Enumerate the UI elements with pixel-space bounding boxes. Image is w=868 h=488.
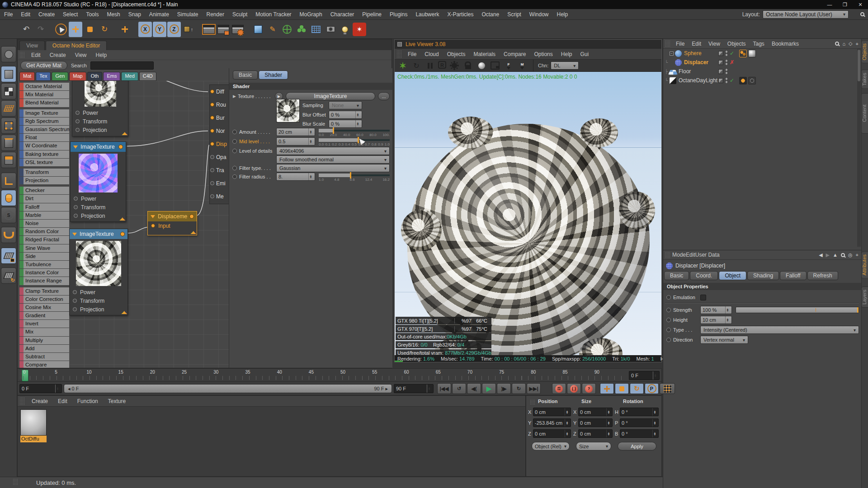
- material-port[interactable]: Diff: [210, 85, 229, 98]
- attribute-tab[interactable]: Shading: [747, 271, 779, 280]
- menu-item[interactable]: Snap: [124, 11, 145, 18]
- restart-render-icon[interactable]: ↻: [411, 61, 422, 70]
- content-browser-icon[interactable]: [1, 46, 16, 62]
- image-texture-node-normal[interactable]: ImageTexture PowerTransformProjection ◢◣: [70, 141, 126, 222]
- frame-range-slider[interactable]: ◂ 0 F 90 F ▸: [64, 384, 392, 393]
- anim-dot-icon[interactable]: [232, 166, 237, 170]
- mid-level-slider[interactable]: 0.00.10.20.30.40.50.60.70.80.91.0: [319, 137, 390, 146]
- anim-dot-icon[interactable]: [232, 149, 237, 153]
- attribute-menu-item[interactable]: Mode: [672, 252, 686, 258]
- menu-item[interactable]: Script: [503, 11, 525, 18]
- menu-item[interactable]: Character: [326, 11, 359, 18]
- category-tab[interactable]: Map: [69, 72, 86, 81]
- filter-radius-field[interactable]: 8.▲▼: [276, 173, 315, 181]
- enabled-check-icon[interactable]: ✓: [730, 77, 735, 84]
- points-mode-icon[interactable]: [1, 117, 16, 134]
- texture-type-item[interactable]: Noise: [19, 220, 69, 227]
- output-port-icon[interactable]: [120, 232, 125, 236]
- material-port[interactable]: Opa: [210, 150, 229, 164]
- texture-type-item[interactable]: Transform: [19, 169, 69, 176]
- light-icon[interactable]: [338, 22, 352, 37]
- material-port[interactable]: Tra: [210, 164, 229, 177]
- material-port[interactable]: Me: [210, 190, 229, 203]
- shader-panel-tab[interactable]: Shader: [259, 70, 288, 80]
- menu-item[interactable]: Sculpt: [228, 11, 251, 18]
- panel-grip[interactable]: [665, 252, 670, 258]
- texture-type-item[interactable]: Multiply: [19, 337, 69, 344]
- attribute-tab[interactable]: Coord.: [690, 271, 718, 280]
- object-manager-menu-item[interactable]: File: [672, 41, 688, 47]
- node-resize-icon[interactable]: ◢◣: [122, 131, 127, 136]
- model-mode-icon[interactable]: [1, 66, 16, 82]
- goto-start-button[interactable]: |◀◀: [437, 383, 451, 394]
- texture-type-item[interactable]: Add: [19, 345, 69, 352]
- anim-dot-icon[interactable]: [666, 318, 671, 322]
- parent-icon[interactable]: ▲: [833, 252, 838, 258]
- panel-grip[interactable]: [19, 52, 25, 58]
- visibility-dots[interactable]: [725, 77, 728, 84]
- filter-radius-slider[interactable]: 1.04.88.612.416.2: [319, 172, 390, 181]
- texture-type-item[interactable]: Compare: [19, 361, 69, 368]
- editor-tab[interactable]: View: [19, 41, 45, 50]
- object-manager-menu-item[interactable]: Tags: [750, 41, 768, 47]
- search-icon[interactable]: [835, 42, 839, 46]
- texture-type-item[interactable]: Rgb Spectrum: [19, 117, 69, 125]
- rotation-h-field[interactable]: 0 °▲▼: [620, 408, 659, 416]
- axis-mode-icon[interactable]: [1, 173, 16, 189]
- node-editor-menu-item[interactable]: Help: [91, 52, 112, 58]
- picture-viewer-icon[interactable]: [490, 61, 500, 70]
- live-viewer-menu-item[interactable]: Objects: [443, 51, 470, 57]
- mid-level-field[interactable]: 0.5▲▼: [276, 137, 315, 145]
- material-menu-item[interactable]: Create: [27, 398, 53, 404]
- visibility-dots[interactable]: [725, 50, 728, 56]
- panel-grip[interactable]: [396, 50, 402, 58]
- texture-type-item[interactable]: Falloff: [19, 203, 69, 211]
- move-tool-icon[interactable]: [69, 22, 82, 37]
- attribute-tab[interactable]: Refresh: [807, 271, 838, 280]
- attribute-menu-item[interactable]: Edit: [686, 252, 695, 258]
- get-active-mat-button[interactable]: Get Active Mat: [20, 61, 67, 70]
- level-of-details-dropdown[interactable]: 4096x4096: [276, 147, 390, 155]
- panel-grip[interactable]: [665, 40, 670, 47]
- frame-spinner[interactable]: 0 F▲▼: [629, 371, 660, 380]
- menu-item[interactable]: Octane: [477, 11, 503, 18]
- live-viewer-menu-item[interactable]: Help: [557, 51, 576, 57]
- image-texture-node-gray[interactable]: ImageTexture PowerTransformProjection ◢◣: [69, 229, 128, 315]
- spline-pen-icon[interactable]: ✎: [266, 22, 279, 37]
- image-texture-node-top[interactable]: PowerTransformProjection ◢◣: [72, 81, 128, 136]
- texture-type-item[interactable]: Image Texture: [19, 109, 69, 117]
- rotation-p-field[interactable]: 0 °▲▼: [620, 418, 659, 427]
- menu-item[interactable]: Tools: [82, 11, 103, 18]
- texture-type-item[interactable]: Baking texture: [19, 150, 69, 158]
- menu-item[interactable]: Motion Tracker: [251, 11, 295, 18]
- texture-type-item[interactable]: Gradient: [19, 312, 69, 319]
- normal-mode-dropdown[interactable]: Follow smoothed normal: [276, 155, 390, 164]
- object-row-sphere[interactable]: − Sphere ✓: [663, 49, 861, 58]
- panel-grip[interactable]: [530, 399, 535, 405]
- rotate-tool-icon[interactable]: ↻: [98, 22, 111, 37]
- live-selection-icon[interactable]: [54, 22, 68, 37]
- menu-item[interactable]: Animate: [145, 11, 173, 18]
- anim-dot-icon[interactable]: [666, 295, 671, 300]
- lock-z-axis-icon[interactable]: Z: [167, 22, 181, 37]
- height-field[interactable]: 10 cm▲▼: [700, 316, 732, 324]
- collapse-icon[interactable]: [151, 215, 155, 218]
- anim-dot-icon[interactable]: [666, 328, 671, 332]
- lock-x-axis-icon[interactable]: X: [138, 22, 152, 37]
- live-viewer-menu-item[interactable]: Materials: [469, 51, 500, 57]
- coord-mode-dropdown[interactable]: Object (Rel): [532, 442, 570, 450]
- category-tab[interactable]: Oth: [87, 72, 103, 81]
- array-grid-icon[interactable]: [309, 22, 323, 37]
- category-tab[interactable]: Tex: [36, 72, 51, 81]
- texture-type-item[interactable]: Turbulence: [19, 261, 69, 268]
- enabled-check-icon[interactable]: ✓: [730, 50, 735, 56]
- menu-item[interactable]: Laubwerk: [411, 11, 443, 18]
- side-tab-content-browser[interactable]: Content Browser: [862, 93, 868, 134]
- attribute-menu-item[interactable]: User Data: [695, 252, 720, 258]
- texture-type-item[interactable]: W Coordinate: [19, 142, 69, 150]
- keyframe-selection-button[interactable]: [660, 383, 675, 394]
- viewport-nav-icon[interactable]: [1, 190, 16, 206]
- lock-icon[interactable]: ◎: [848, 252, 853, 258]
- blur-offset-field[interactable]: 0 %▲▼: [329, 111, 362, 119]
- render-view-icon[interactable]: [202, 22, 216, 37]
